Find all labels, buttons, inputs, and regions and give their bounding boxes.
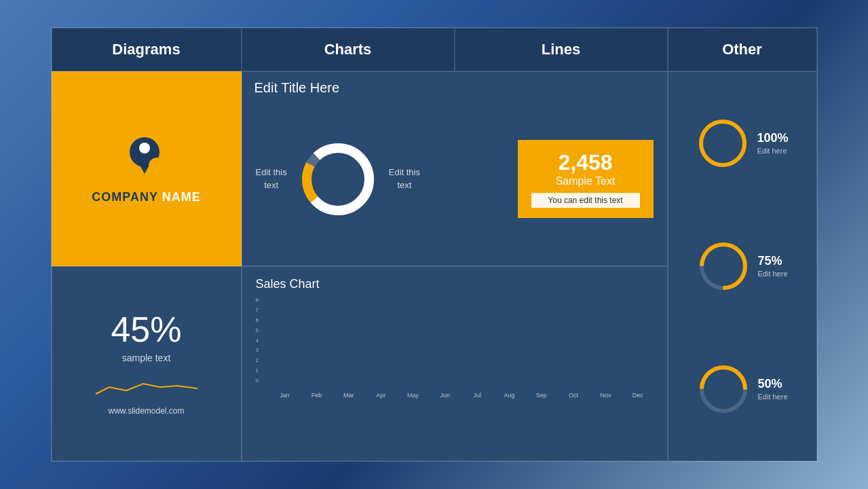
donut-left-label: Edit thistext xyxy=(256,166,287,191)
company-cell: COMPANY NAME xyxy=(52,71,242,266)
svg-point-7 xyxy=(314,155,362,204)
ring-50: 50% Edit here xyxy=(696,362,787,416)
stat-sub: You can edit this text xyxy=(531,193,640,208)
header-other: Other xyxy=(668,28,817,71)
sales-chart-cell: Sales Chart 0 1 2 3 4 5 6 7 8 JanFebMarA… xyxy=(242,266,668,461)
percent-cell: 45% sample text www.slidemodel.com xyxy=(52,266,242,461)
y-axis: 0 1 2 3 4 5 6 7 8 xyxy=(256,297,259,384)
ring-100: 100% Edit here xyxy=(696,116,788,170)
sparkline xyxy=(92,374,201,401)
ring-75-svg xyxy=(696,239,751,293)
bar-group: Jun xyxy=(430,303,460,399)
sales-chart-title: Sales Chart xyxy=(256,277,654,291)
ring-50-svg xyxy=(696,362,751,416)
ring-50-label: Edit here xyxy=(757,393,787,401)
bar-group: Apr xyxy=(365,303,396,399)
charts-top-cell: Edit Title Here Edit thistext Edit thist… xyxy=(242,71,668,266)
svg-point-3 xyxy=(149,158,165,174)
header-lines: Lines xyxy=(455,28,668,71)
website-link: www.slidemodel.com xyxy=(108,406,184,416)
bar-group: Jul xyxy=(461,303,492,399)
header-charts: Charts xyxy=(242,28,455,71)
ring-50-pct: 50% xyxy=(757,377,787,391)
bar-group: Nov xyxy=(590,303,621,399)
other-cell: 100% Edit here 75% Edit here 50% Edit xyxy=(668,71,817,461)
header-diagrams: Diagrams xyxy=(52,28,242,71)
donut-section: Edit thistext Edit thistext xyxy=(256,139,504,220)
bar-group: Dec xyxy=(622,303,653,399)
charts-top-title: Edit Title Here xyxy=(254,80,340,96)
bar-group: Aug xyxy=(494,303,525,399)
company-logo xyxy=(123,133,170,183)
stat-label: Sample Text xyxy=(531,175,640,187)
bar-group: Mar xyxy=(333,303,364,399)
company-name: COMPANY NAME xyxy=(92,190,200,204)
donut-right-label: Edit thistext xyxy=(389,166,420,191)
ring-100-svg xyxy=(696,116,750,170)
stat-box: 2,458 Sample Text You can edit this text xyxy=(518,140,654,218)
donut-chart xyxy=(297,139,379,220)
svg-point-1 xyxy=(139,143,150,153)
bar-group: Oct xyxy=(558,303,588,399)
percent-label: sample text xyxy=(122,352,171,363)
ring-100-pct: 100% xyxy=(757,131,788,145)
ring-75: 75% Edit here xyxy=(696,239,787,293)
svg-point-9 xyxy=(701,122,744,165)
bar-group: Jan xyxy=(269,303,300,399)
ring-75-label: Edit here xyxy=(757,270,787,278)
ring-100-label: Edit here xyxy=(757,147,787,155)
ring-75-pct: 75% xyxy=(757,254,787,268)
bar-group: Sep xyxy=(526,303,556,399)
percent-value: 45% xyxy=(111,312,181,347)
bar-group: May xyxy=(398,303,428,399)
bar-chart: JanFebMarAprMayJunJulAugSepOctNovDec xyxy=(269,312,654,399)
bar-group: Feb xyxy=(301,303,332,399)
stat-number: 2,458 xyxy=(531,150,640,175)
